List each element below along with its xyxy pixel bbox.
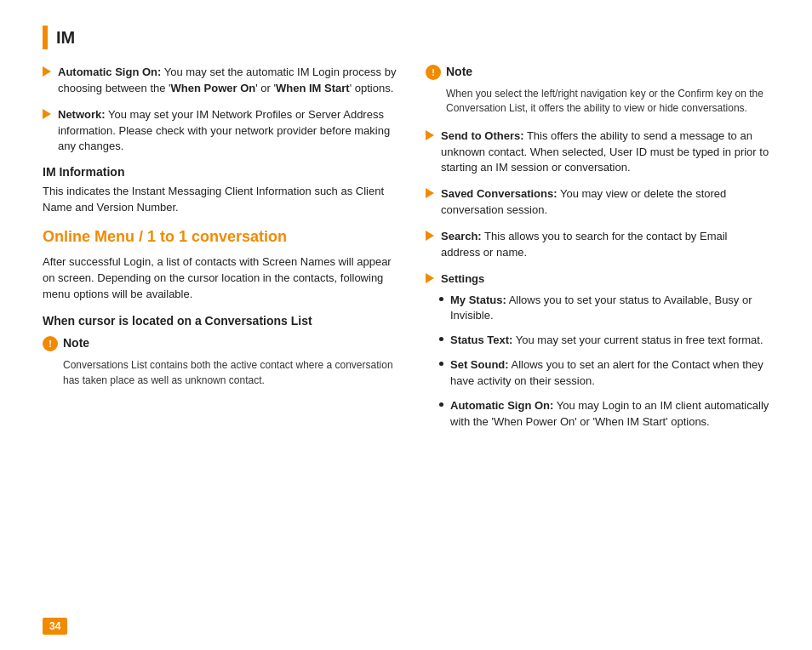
dot-status-text: Status Text: You may set your current st… — [450, 333, 763, 349]
bullet-settings: Settings — [441, 271, 484, 288]
list-item: Network: You may set your IM Network Pro… — [43, 107, 400, 156]
list-item: Set Sound: Allows you to set an alert fo… — [439, 357, 769, 390]
dot-icon — [439, 337, 443, 341]
online-menu-body: After successful Login, a list of contac… — [43, 254, 400, 303]
list-item: Saved Conversations: You may view or del… — [426, 186, 769, 219]
bullet-saved-conversations: Saved Conversations: You may view or del… — [441, 186, 769, 219]
bullet-triangle-icon — [426, 273, 434, 283]
content-columns: Automatic Sign On: You may set the autom… — [43, 65, 769, 624]
list-item: Automatic Sign On: You may set the autom… — [43, 65, 400, 97]
orange-bar — [43, 26, 48, 49]
dot-auto-sign-on: Automatic Sign On: You may Login to an I… — [450, 398, 769, 430]
note-box: ! Note — [43, 336, 400, 351]
note-icon: ! — [43, 336, 58, 351]
right-note-icon: ! — [426, 65, 441, 80]
bullet-triangle-icon — [426, 231, 434, 241]
dot-icon — [439, 402, 443, 407]
dot-set-sound: Set Sound: Allows you to set an alert fo… — [450, 357, 769, 390]
list-item: Send to Others: This offers the ability … — [426, 128, 769, 177]
bullet-search: Search: This allows you to search for th… — [441, 229, 769, 261]
bullet-triangle-icon — [43, 109, 51, 119]
bullet-triangle-icon — [426, 130, 434, 140]
list-item: My Status: Allows you to set your status… — [439, 293, 769, 325]
list-item: Search: This allows you to search for th… — [426, 229, 769, 261]
note-label: Note — [63, 336, 89, 350]
bullet-network: Network: You may set your IM Network Pro… — [58, 107, 400, 156]
list-item: Settings — [426, 271, 769, 288]
dot-my-status: My Status: Allows you to set your status… — [450, 293, 769, 325]
bullet-triangle-icon — [426, 188, 434, 198]
when-cursor-title: When cursor is located on a Conversation… — [43, 314, 400, 328]
list-item: Automatic Sign On: You may Login to an I… — [439, 398, 769, 430]
page-number: 34 — [43, 618, 67, 635]
im-information-body: This indicates the Instant Messaging Cli… — [43, 184, 400, 216]
dot-icon — [439, 362, 443, 366]
note-content: Conversations List contains both the act… — [63, 358, 400, 388]
dot-icon — [439, 297, 443, 301]
page-header: IM — [43, 26, 769, 49]
list-item: Status Text: You may set your current st… — [439, 333, 769, 349]
bullet-send-to-others: Send to Others: This offers the ability … — [441, 128, 769, 177]
right-note-content: When you select the left/right navigatio… — [446, 87, 769, 117]
im-information-title: IM Information — [43, 165, 400, 179]
right-column: ! Note When you select the left/right na… — [426, 65, 769, 624]
right-note-label: Note — [446, 65, 472, 78]
page-title: IM — [56, 28, 75, 48]
left-column: Automatic Sign On: You may set the autom… — [43, 65, 400, 624]
right-note-box: ! Note — [426, 65, 769, 80]
bullet-triangle-icon — [43, 66, 51, 77]
bullet-auto-sign-on: Automatic Sign On: You may set the autom… — [58, 65, 400, 97]
online-menu-title: Online Menu / 1 to 1 conversation — [43, 228, 400, 246]
